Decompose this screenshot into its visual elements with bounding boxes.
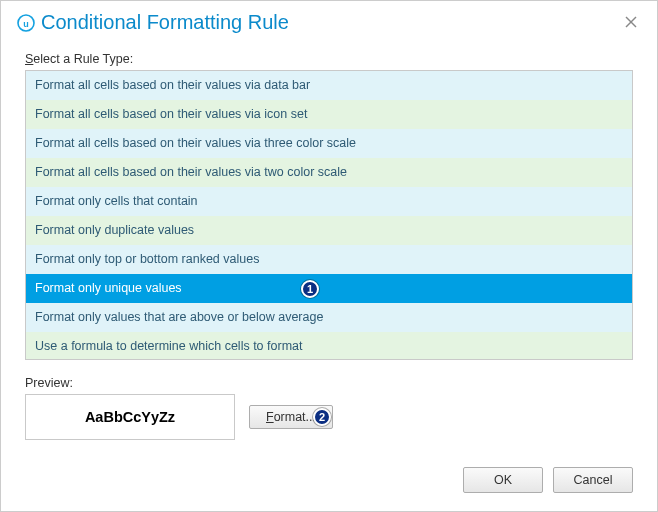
preview-row: Preview: AaBbCcYyZz Format... 2 [25,370,633,440]
rule-item[interactable]: Format all cells based on their values v… [26,100,632,129]
preview-box: AaBbCcYyZz [25,394,235,440]
rule-item-label: Format only top or bottom ranked values [35,252,259,266]
rule-item-label: Format only values that are above or bel… [35,310,323,324]
rule-list[interactable]: Format all cells based on their values v… [26,71,632,359]
close-icon [625,16,637,28]
rule-item-label: Format all cells based on their values v… [35,165,347,179]
annotation-marker-1: 1 [301,280,319,298]
rule-list-container: Format all cells based on their values v… [25,70,633,360]
rule-item[interactable]: Format only cells that contain [26,187,632,216]
dialog-title: Conditional Formatting Rule [41,11,289,34]
rule-item[interactable]: Format only values that are above or bel… [26,303,632,332]
rule-item[interactable]: Use a formula to determine which cells t… [26,332,632,359]
cancel-button[interactable]: Cancel [553,467,633,493]
preview-label: Preview: [25,376,235,390]
rule-item-label: Format all cells based on their values v… [35,136,356,150]
dialog-footer: OK Cancel [463,467,633,493]
rule-item[interactable]: Format all cells based on their values v… [26,71,632,100]
annotation-marker-2: 2 [313,408,331,426]
dialog-content: Select a Rule Type: Format all cells bas… [1,38,657,452]
rule-item[interactable]: Format all cells based on their values v… [26,129,632,158]
rule-item-label: Format all cells based on their values v… [35,78,310,92]
preview-sample: AaBbCcYyZz [85,409,175,425]
rule-type-label: Select a Rule Type: [25,52,633,66]
dialog-header: u Conditional Formatting Rule [1,1,657,38]
rule-item[interactable]: Format only duplicate values [26,216,632,245]
rule-item-label: Use a formula to determine which cells t… [35,339,302,353]
svg-text:u: u [23,18,29,28]
rule-item[interactable]: Format only top or bottom ranked values [26,245,632,274]
rule-item-label: Format only duplicate values [35,223,194,237]
rule-item-label: Format only cells that contain [35,194,198,208]
rule-item-label: Format all cells based on their values v… [35,107,307,121]
close-button[interactable] [619,13,643,33]
ok-button[interactable]: OK [463,467,543,493]
rule-item-label: Format only unique values [35,281,182,295]
rule-item[interactable]: Format only unique values1 [26,274,632,303]
rule-item[interactable]: Format all cells based on their values v… [26,158,632,187]
app-icon: u [17,14,35,32]
